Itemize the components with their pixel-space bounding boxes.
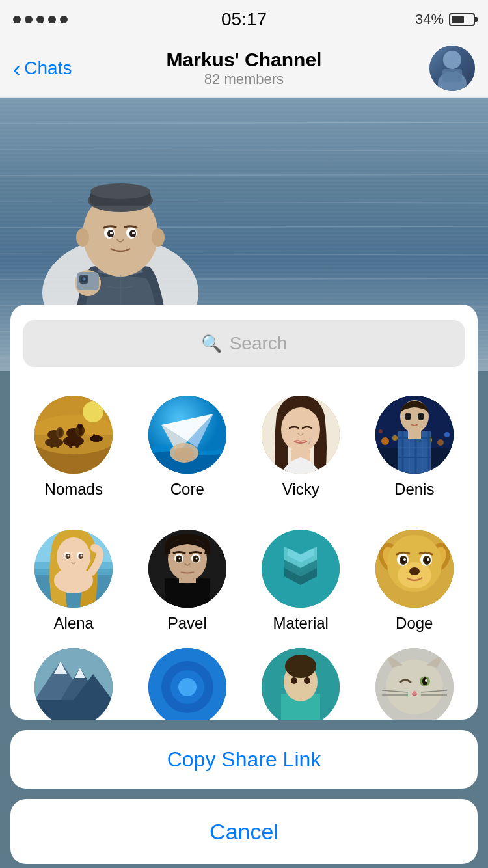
svg-point-0	[443, 51, 461, 69]
svg-point-152	[425, 679, 427, 682]
svg-point-67	[379, 429, 383, 433]
contacts-grid-row1: Nomads	[10, 380, 478, 514]
svg-point-23	[132, 232, 135, 234]
svg-point-17	[90, 183, 150, 199]
avatar-alena	[34, 530, 113, 608]
contact-vicky[interactable]: Vicky	[244, 387, 358, 508]
contact-name-alena: Alena	[54, 614, 94, 632]
status-time: 05:17	[221, 9, 267, 30]
signal-dot-2	[25, 16, 33, 23]
svg-point-105	[195, 558, 197, 560]
avatar-core	[148, 396, 226, 474]
svg-point-79	[418, 413, 424, 420]
svg-point-62	[392, 435, 398, 441]
svg-point-57	[281, 407, 320, 452]
svg-point-25	[152, 228, 165, 247]
contacts-partial-row	[10, 648, 478, 720]
svg-rect-50	[97, 435, 99, 442]
svg-rect-2	[442, 69, 462, 82]
svg-point-35	[45, 438, 63, 447]
svg-point-145	[304, 677, 310, 684]
svg-rect-49	[93, 434, 95, 442]
svg-point-126	[427, 558, 429, 561]
contact-name-doge: Doge	[396, 614, 433, 632]
share-modal: 🔍 Search	[0, 305, 488, 868]
contact-core[interactable]: Core	[131, 387, 245, 508]
contact-alena[interactable]: Alena	[17, 521, 131, 642]
signal-dots	[13, 16, 68, 23]
contact-material[interactable]: Material	[244, 521, 358, 642]
svg-point-65	[437, 439, 444, 446]
avatar-material	[262, 530, 340, 608]
partial-contact-1[interactable]	[17, 648, 131, 720]
battery-icon	[449, 13, 475, 26]
svg-rect-37	[56, 438, 59, 448]
svg-rect-80	[408, 431, 421, 439]
svg-point-91	[81, 555, 83, 557]
partial-avatar-4	[375, 648, 454, 720]
svg-rect-40	[59, 429, 62, 436]
contacts-grid-row2: Alena	[10, 514, 478, 648]
svg-point-125	[403, 558, 406, 561]
share-panel: 🔍 Search	[10, 305, 478, 720]
svg-rect-53	[174, 448, 194, 461]
signal-dot-3	[36, 16, 44, 23]
contact-name-nomads: Nomads	[45, 480, 103, 498]
nav-title: Markus' Channel 82 members	[167, 49, 322, 88]
battery-percent: 34%	[415, 11, 444, 28]
signal-dot-5	[60, 16, 68, 23]
svg-point-22	[110, 232, 113, 234]
contact-name-denis: Denis	[394, 480, 434, 498]
contact-name-core: Core	[170, 480, 204, 498]
signal-dot-4	[48, 16, 56, 23]
cancel-section: Cancel	[10, 799, 478, 864]
svg-point-48	[90, 435, 103, 442]
svg-point-104	[178, 558, 180, 560]
svg-line-3	[0, 122, 488, 124]
contact-name-material: Material	[273, 614, 329, 632]
contact-doge[interactable]: Doge	[358, 521, 472, 642]
avatar-doge	[375, 530, 454, 608]
signal-dot-1	[13, 16, 21, 23]
channel-avatar[interactable]	[429, 46, 475, 91]
search-container: 🔍 Search	[10, 320, 478, 380]
back-chevron-icon: ‹	[13, 57, 20, 79]
back-button[interactable]: ‹ Chats	[13, 57, 72, 79]
avatar-pavel	[148, 530, 226, 608]
avatar-vicky	[262, 396, 340, 474]
search-icon: 🔍	[201, 334, 222, 354]
copy-share-link-button[interactable]: Copy Share Link	[10, 730, 478, 789]
search-bar[interactable]: 🔍 Search	[23, 320, 465, 367]
svg-point-30	[83, 278, 86, 281]
contact-nomads[interactable]: Nomads	[17, 387, 131, 508]
channel-name: Markus' Channel	[167, 49, 322, 71]
contact-name-vicky: Vicky	[282, 480, 319, 498]
partial-avatar-1	[34, 648, 113, 720]
nav-bar: ‹ Chats Markus' Channel 82 members	[0, 39, 488, 98]
avatar-denis	[375, 396, 454, 474]
svg-rect-43	[75, 437, 79, 448]
svg-point-90	[68, 555, 70, 557]
back-label: Chats	[24, 58, 72, 79]
svg-point-66	[444, 432, 450, 437]
battery-fill	[452, 16, 464, 23]
svg-point-144	[291, 677, 297, 684]
contact-denis[interactable]: Denis	[358, 387, 472, 508]
partial-avatar-2	[148, 648, 226, 720]
copy-share-link-section: Copy Share Link	[10, 730, 478, 789]
partial-contact-3[interactable]	[244, 648, 358, 720]
svg-point-143	[285, 655, 316, 678]
partial-contact-4[interactable]	[358, 648, 472, 720]
member-count: 82 members	[167, 71, 322, 88]
svg-line-4	[0, 150, 488, 151]
svg-point-93	[54, 567, 93, 593]
svg-point-139	[178, 678, 197, 696]
svg-point-61	[381, 437, 389, 445]
svg-point-78	[405, 413, 411, 420]
status-bar: 05:17 34%	[0, 0, 488, 39]
cancel-button[interactable]: Cancel	[10, 799, 478, 864]
contact-name-pavel: Pavel	[168, 614, 207, 632]
contact-pavel[interactable]: Pavel	[131, 521, 245, 642]
svg-point-127	[409, 567, 420, 575]
partial-contact-2[interactable]	[131, 648, 245, 720]
